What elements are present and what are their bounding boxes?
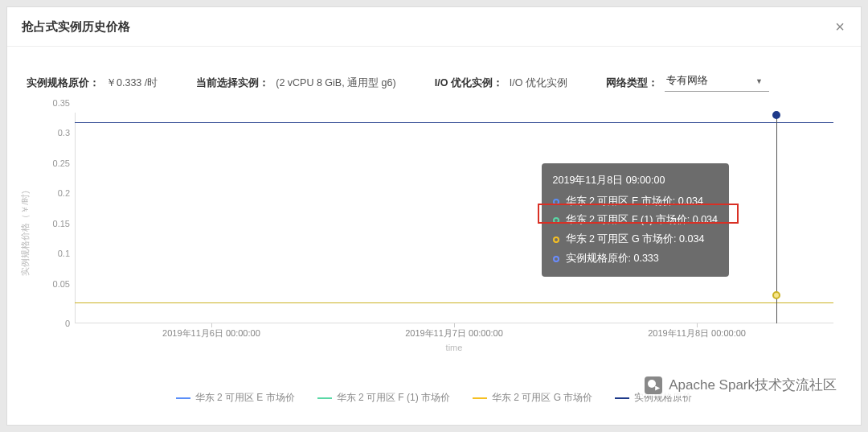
x-axis-title: time <box>446 343 463 352</box>
tooltip-title: 2019年11月8日 09:00:00 <box>553 171 718 191</box>
legend-swatch-icon <box>176 397 190 399</box>
tooltip-dot-icon <box>553 199 559 205</box>
tooltip-row: 华东 2 可用区 G 市场价: 0.034 <box>553 230 718 249</box>
tooltip-dot-icon <box>553 237 559 243</box>
y-axis-label: 实例规格价格（￥/时) <box>19 191 31 276</box>
legend-swatch-icon <box>615 397 629 399</box>
tooltip-dot-icon <box>553 217 559 224</box>
io-label: I/O 优化实例： <box>435 76 503 90</box>
legend-label: 华东 2 可用区 G 市场价 <box>492 391 592 405</box>
legend-item[interactable]: 华东 2 可用区 F (1) 市场价 <box>317 391 450 405</box>
modal-title: 抢占式实例历史价格 <box>22 19 130 35</box>
tooltip-row-label: 华东 2 可用区 E 市场价: 0.034 <box>566 192 703 212</box>
y-tick: 0.2 <box>43 188 70 198</box>
current-instance-value: (2 vCPU 8 GiB, 通用型 g6) <box>276 76 395 90</box>
tooltip-row: 华东 2 可用区 F (1) 市场价: 0.034 <box>553 211 718 230</box>
modal-header: 抢占式实例历史价格 × <box>7 7 861 47</box>
io-value: I/O 优化实例 <box>510 76 567 90</box>
series-line-g <box>75 302 833 303</box>
legend-item[interactable]: 华东 2 可用区 G 市场价 <box>473 391 592 405</box>
legend-swatch-icon <box>317 397 332 399</box>
x-tick: 2019年11月7日 00:00:00 <box>405 327 503 339</box>
chevron-down-icon: ▼ <box>755 77 763 85</box>
io-optimized: I/O 优化实例： I/O 优化实例 <box>435 76 567 90</box>
tooltip-row-label: 实例规格原价: 0.333 <box>566 249 659 269</box>
y-axis <box>75 113 76 323</box>
y-tick: 0.15 <box>43 219 70 228</box>
y-tick: 0 <box>43 319 70 328</box>
network-type-dropdown[interactable]: 专有网络 ▼ <box>665 74 769 92</box>
close-icon[interactable]: × <box>835 19 845 35</box>
x-tick: 2019年11月6日 00:00:00 <box>162 327 260 339</box>
legend-label: 华东 2 可用区 F (1) 市场价 <box>337 391 450 405</box>
plot[interactable]: 0 0.05 0.1 0.15 0.2 0.25 0.3 0.35 2 <box>75 113 833 323</box>
legend-label: 华东 2 可用区 E 市场价 <box>195 391 295 405</box>
info-bar: 实例规格原价： ￥0.333 /时 当前选择实例： (2 vCPU 8 GiB,… <box>7 47 861 106</box>
series-line-original <box>75 122 833 123</box>
network-type-value: 专有网络 <box>666 74 708 88</box>
tooltip-row: 华东 2 可用区 E 市场价: 0.034 <box>553 192 718 212</box>
chart-tooltip: 2019年11月8日 09:00:00 华东 2 可用区 E 市场价: 0.03… <box>542 163 729 277</box>
data-point-g <box>772 291 780 299</box>
watermark-text: Apache Spark技术交流社区 <box>669 376 837 394</box>
tooltip-dot-icon <box>553 256 559 262</box>
y-tick: 0.3 <box>43 128 70 138</box>
network-type: 网络类型： 专有网络 ▼ <box>606 74 769 92</box>
y-tick: 0.1 <box>43 249 70 258</box>
spec-price-value: ￥0.333 /时 <box>106 76 158 90</box>
y-tick: 0.05 <box>43 279 70 289</box>
legend-item[interactable]: 华东 2 可用区 E 市场价 <box>176 391 295 405</box>
current-instance-label: 当前选择实例： <box>196 76 269 90</box>
price-history-modal: 抢占式实例历史价格 × 实例规格原价： ￥0.333 /时 当前选择实例： (2… <box>6 6 862 426</box>
tooltip-row-label: 华东 2 可用区 G 市场价: 0.034 <box>566 230 705 249</box>
tooltip-row-label: 华东 2 可用区 F (1) 市场价: 0.034 <box>566 211 718 230</box>
spec-price: 实例规格原价： ￥0.333 /时 <box>27 76 158 90</box>
wechat-icon <box>645 376 662 394</box>
x-tick: 2019年11月8日 00:00:00 <box>648 327 746 339</box>
network-type-label: 网络类型： <box>606 76 658 90</box>
y-tick: 0.25 <box>43 158 70 168</box>
watermark: Apache Spark技术交流社区 <box>640 374 841 396</box>
spec-price-label: 实例规格原价： <box>27 76 100 90</box>
y-tick: 0.35 <box>43 98 70 108</box>
legend-swatch-icon <box>473 397 487 399</box>
current-instance: 当前选择实例： (2 vCPU 8 GiB, 通用型 g6) <box>196 76 395 90</box>
chart-area: 实例规格价格（￥/时) 0 0.05 0.1 0.15 0.2 0.25 0.3… <box>22 113 841 354</box>
data-point-original <box>772 111 780 119</box>
tooltip-row: 实例规格原价: 0.333 <box>553 249 718 269</box>
